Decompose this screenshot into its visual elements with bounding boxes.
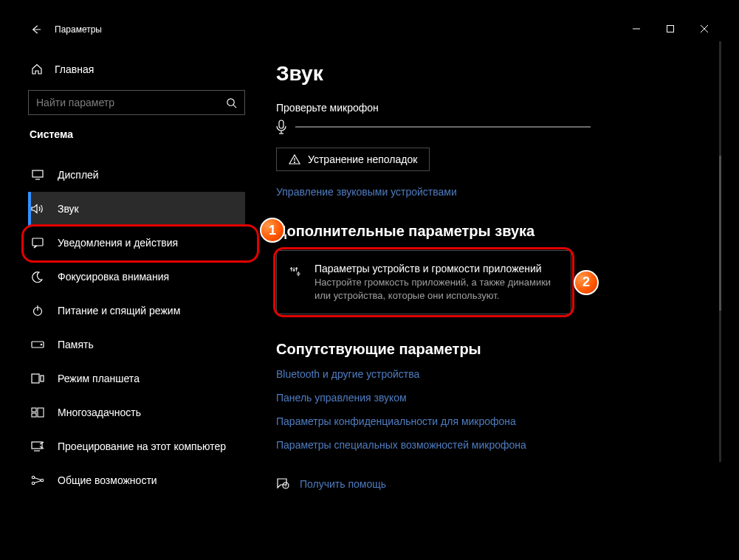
scrollbar-thumb[interactable] — [719, 156, 721, 311]
settings-window: Параметры Главная Система — [18, 18, 721, 530]
multitask-icon — [31, 407, 44, 418]
sidebar-item-tablet-mode[interactable]: Режим планшета — [28, 362, 245, 395]
sidebar-item-notifications[interactable]: Уведомления и действия — [28, 226, 245, 260]
svg-text:?: ? — [285, 484, 287, 488]
svg-rect-13 — [32, 374, 39, 383]
chat-icon — [31, 237, 44, 249]
maximize-button[interactable] — [653, 18, 687, 40]
svg-rect-14 — [41, 376, 44, 381]
svg-rect-6 — [32, 170, 43, 177]
back-button[interactable] — [25, 18, 47, 41]
minimize-icon — [633, 25, 640, 32]
svg-rect-8 — [32, 238, 43, 246]
search-box[interactable] — [28, 90, 245, 115]
svg-point-28 — [295, 162, 295, 163]
related-link-mic-accessibility[interactable]: Параметры специальных возможностей микро… — [276, 439, 707, 451]
sidebar-item-shared[interactable]: Общие возможности — [28, 463, 245, 497]
svg-rect-16 — [32, 413, 36, 417]
window-title: Параметры — [55, 24, 102, 35]
svg-rect-24 — [279, 120, 283, 128]
search-input[interactable] — [36, 97, 226, 108]
troubleshoot-button[interactable]: Устранение неполадок — [276, 148, 430, 171]
power-icon — [31, 305, 44, 317]
sidebar-item-label: Уведомления и действия — [58, 237, 178, 249]
main-panel: Звук Проверьте микрофон Устранение непол… — [255, 41, 721, 530]
warning-icon — [289, 154, 300, 165]
related-link-sound-control-panel[interactable]: Панель управления звуком — [276, 392, 707, 404]
help-chat-icon: ? — [276, 477, 289, 491]
page-title: Звук — [276, 62, 707, 86]
content-area: Главная Система Дисплей Звук — [18, 41, 721, 530]
svg-point-4 — [227, 98, 234, 105]
sidebar-item-sound[interactable]: Звук — [28, 192, 245, 226]
close-button[interactable] — [687, 18, 721, 40]
sidebar-item-focus-assist[interactable]: Фокусировка внимания — [28, 260, 245, 294]
sidebar-item-storage[interactable]: Память — [28, 328, 245, 362]
mic-test-row — [276, 120, 707, 134]
sidebar-item-label: Дисплей — [58, 169, 99, 181]
pref-card-title: Параметры устройств и громкости приложен… — [314, 263, 557, 274]
sound-icon — [31, 203, 44, 215]
app-volume-device-prefs-card[interactable]: Параметры устройств и громкости приложен… — [276, 250, 571, 314]
svg-rect-15 — [32, 408, 36, 412]
shared-icon — [31, 475, 44, 485]
svg-point-20 — [32, 482, 34, 484]
arrow-left-icon — [31, 24, 41, 35]
project-icon — [31, 441, 44, 452]
sidebar-item-label: Режим планшета — [58, 373, 140, 384]
get-help-link[interactable]: Получить помощь — [300, 478, 386, 490]
advanced-sound-header: Дополнительные параметры звука — [276, 223, 707, 240]
svg-line-22 — [35, 478, 41, 480]
titlebar: Параметры — [18, 18, 721, 41]
sidebar-item-label: Питание и спящий режим — [58, 305, 180, 317]
svg-line-23 — [35, 481, 41, 483]
search-icon — [226, 97, 237, 108]
svg-point-21 — [41, 479, 43, 481]
related-params-header: Сопутствующие параметры — [276, 341, 707, 358]
pref-card-description: Настройте громкость приложений, а также … — [314, 276, 557, 302]
minimize-button[interactable] — [619, 18, 653, 40]
home-nav[interactable]: Главная — [28, 55, 245, 84]
home-icon — [31, 63, 43, 75]
sidebar-item-display[interactable]: Дисплей — [28, 158, 245, 192]
svg-rect-17 — [38, 408, 44, 417]
mic-check-label: Проверьте микрофон — [276, 102, 707, 114]
sidebar: Главная Система Дисплей Звук — [18, 41, 255, 530]
sidebar-item-label: Проецирование на этот компьютер — [58, 440, 226, 452]
troubleshoot-label: Устранение неполадок — [308, 153, 417, 165]
related-link-bluetooth[interactable]: Bluetooth и другие устройства — [276, 368, 707, 380]
sidebar-item-projecting[interactable]: Проецирование на этот компьютер — [28, 429, 245, 463]
sidebar-item-label: Память — [58, 339, 94, 350]
mic-level-bar — [295, 126, 591, 128]
microphone-icon — [276, 120, 286, 134]
sidebar-item-label: Многозадачность — [58, 407, 141, 418]
sidebar-item-label: Общие возможности — [58, 474, 157, 486]
svg-line-5 — [233, 105, 236, 108]
tablet-icon — [31, 373, 44, 384]
svg-rect-1 — [667, 26, 674, 32]
caption-buttons — [619, 18, 721, 40]
related-link-mic-privacy[interactable]: Параметры конфиденциальности для микрофо… — [276, 415, 707, 427]
moon-icon — [31, 271, 44, 283]
annotation-badge-2: 2 — [574, 270, 599, 295]
mixer-icon — [290, 263, 301, 280]
group-header-system: Система — [28, 128, 245, 140]
pref-card-text: Параметры устройств и громкости приложен… — [314, 263, 557, 302]
display-icon — [31, 170, 44, 180]
annotation-badge-1: 1 — [260, 218, 285, 243]
related-links: Bluetooth и другие устройства Панель упр… — [276, 368, 707, 451]
svg-point-19 — [32, 476, 34, 478]
svg-rect-18 — [32, 442, 42, 449]
home-label: Главная — [55, 63, 94, 75]
sidebar-item-multitasking[interactable]: Многозадачность — [28, 395, 245, 429]
device-management-link[interactable]: Управление звуковыми устройствами — [276, 186, 707, 198]
svg-point-12 — [41, 344, 41, 345]
help-row: ? Получить помощь — [276, 477, 707, 491]
nav-list: Дисплей Звук Уведомления и действия — [28, 158, 245, 497]
storage-icon — [31, 341, 44, 348]
sidebar-item-power[interactable]: Питание и спящий режим — [28, 294, 245, 328]
sidebar-item-label: Звук — [58, 203, 79, 215]
maximize-icon — [667, 25, 674, 32]
sidebar-item-label: Фокусировка внимания — [58, 271, 169, 283]
close-icon — [701, 25, 708, 32]
